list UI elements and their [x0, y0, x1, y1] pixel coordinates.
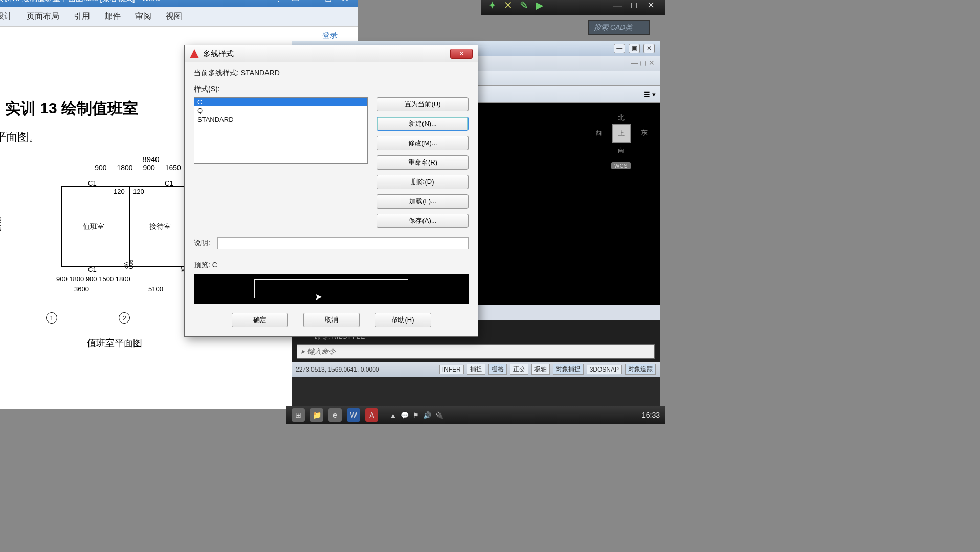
- windows-taskbar: ⊞ 📁 e W A ▲ 💬 ⚑ 🔊 🔌 16:33: [286, 406, 665, 424]
- system-tray: ▲ 💬 ⚑ 🔊 🔌: [390, 411, 443, 419]
- viewcube-north[interactable]: 北: [618, 113, 625, 122]
- status-toggle[interactable]: 栅格: [488, 364, 507, 375]
- minimize-icon[interactable]: —: [610, 0, 625, 11]
- dialog-titlebar[interactable]: 多线样式 ✕: [185, 45, 478, 62]
- word-ribbon-tabs: 设计 页面布局 引用 邮件 审阅 视图: [0, 7, 358, 27]
- status-toggle[interactable]: 正交: [510, 364, 528, 375]
- dim-seg: 1800: [69, 275, 84, 283]
- wrench-icon[interactable]: ✕: [504, 0, 513, 11]
- modify-button[interactable]: 修改(M)...: [377, 136, 469, 150]
- word-window-controls: ? ▭ — □ ✕: [272, 0, 352, 4]
- tab-references[interactable]: 引用: [74, 11, 90, 22]
- wall-divider: [129, 187, 130, 266]
- list-item[interactable]: Q: [194, 106, 367, 115]
- explorer-icon[interactable]: 📁: [310, 408, 323, 422]
- load-button[interactable]: 加载(L)...: [377, 194, 469, 209]
- dim-seg: 1800: [116, 275, 130, 283]
- minimize-icon[interactable]: —: [305, 0, 319, 4]
- tab-layout[interactable]: 页面布局: [27, 11, 59, 22]
- close-icon[interactable]: ✕: [338, 0, 352, 4]
- brush-icon[interactable]: ✎: [520, 0, 528, 11]
- network-icon[interactable]: 🔌: [435, 411, 443, 419]
- taskbar-clock[interactable]: 16:33: [642, 411, 660, 419]
- tab-design[interactable]: 设计: [0, 11, 12, 22]
- list-item[interactable]: STANDARD: [194, 115, 367, 124]
- volume-icon[interactable]: 🔊: [423, 411, 431, 419]
- dim-seg: 900: [86, 275, 97, 283]
- ok-button[interactable]: 确定: [232, 313, 288, 327]
- new-button[interactable]: 新建(N)...: [377, 117, 469, 131]
- dialog-close-button[interactable]: ✕: [450, 49, 473, 59]
- word-title-text: 实训13 绘制值班室平面图.doc [兼容模式] - Word: [0, 0, 160, 4]
- app-quickaccess-bar: ✦ ✕ ✎ ▶ — □ ✕: [481, 0, 665, 15]
- dim-900: 900: [128, 260, 134, 269]
- cmd-input[interactable]: ▸ 键入命令: [297, 344, 655, 359]
- ribbon-toggle-icon[interactable]: ▭: [288, 0, 302, 4]
- cad-search-box[interactable]: 搜索 CAD类: [588, 20, 650, 35]
- dim-bot-left: 3600: [74, 285, 89, 293]
- status-toggle[interactable]: INFER: [439, 365, 464, 374]
- minimize-icon[interactable]: —: [614, 44, 625, 53]
- sign-in-link[interactable]: 登录: [322, 31, 338, 40]
- save-button[interactable]: 保存(A)...: [377, 214, 469, 228]
- dim-seg: 1650: [161, 164, 185, 172]
- viewcube-east[interactable]: 东: [641, 128, 648, 137]
- viewcube-top[interactable]: 上: [612, 124, 631, 143]
- tool-icon[interactable]: ✦: [488, 0, 497, 11]
- set-current-button[interactable]: 置为当前(U): [377, 97, 469, 111]
- viewcube[interactable]: 北 西 东 南 上 WCS: [598, 108, 644, 169]
- cad-statusbar: 2273.0513, 1569.0641, 0.0000 INFER 捕捉 栅格…: [292, 362, 660, 377]
- tab-view[interactable]: 视图: [166, 11, 182, 22]
- status-toggle[interactable]: 极轴: [531, 364, 550, 375]
- grid-bubble: 2: [119, 312, 130, 324]
- tray-icon[interactable]: ▲: [390, 411, 396, 419]
- status-coords: 2273.0513, 1569.0641, 0.0000: [296, 366, 380, 373]
- delete-button[interactable]: 删除(D): [377, 175, 469, 189]
- list-item[interactable]: C: [194, 98, 367, 106]
- viewcube-south[interactable]: 南: [618, 146, 625, 155]
- dim-seg: 1500: [99, 275, 114, 283]
- viewcube-west[interactable]: 西: [595, 128, 602, 137]
- grid-bubbles: 1 2 3: [46, 312, 203, 324]
- figure-caption: 值班室平面图: [87, 337, 142, 349]
- maximize-icon[interactable]: □: [627, 0, 641, 11]
- status-toggle[interactable]: 对象追踪: [625, 364, 656, 375]
- autocad-taskbar-icon[interactable]: A: [365, 408, 378, 422]
- dim-seg: 900: [139, 164, 159, 172]
- cancel-button[interactable]: 取消: [303, 313, 360, 327]
- label-c1: C1: [165, 179, 173, 187]
- dim-120: 120: [133, 188, 144, 195]
- status-toggle[interactable]: 3DOSNAP: [587, 365, 622, 374]
- flag-icon[interactable]: ⚑: [413, 411, 419, 419]
- styles-listbox[interactable]: C Q STANDARD: [194, 97, 368, 164]
- browser-icon[interactable]: e: [328, 408, 342, 422]
- wcs-label[interactable]: WCS: [611, 162, 631, 169]
- rename-button[interactable]: 重命名(R): [377, 155, 469, 170]
- cad-mdi-controls: — ▣ ✕: [612, 43, 655, 53]
- word-taskbar-icon[interactable]: W: [347, 408, 360, 422]
- dim-seg: 900: [56, 275, 68, 283]
- layer-manager-icon[interactable]: ☰ ▾: [644, 90, 656, 98]
- window-controls: — □ ✕: [610, 0, 658, 11]
- preview-label: 预览: C: [194, 261, 469, 270]
- tab-mailings[interactable]: 邮件: [104, 11, 121, 22]
- help-button[interactable]: 帮助(H): [375, 313, 431, 327]
- play-icon[interactable]: ▶: [536, 0, 543, 11]
- close-icon[interactable]: ✕: [643, 44, 655, 53]
- restore-icon[interactable]: ▣: [629, 44, 640, 53]
- help-icon[interactable]: ?: [272, 0, 286, 4]
- tab-review[interactable]: 审阅: [135, 11, 151, 22]
- menu-more-icon[interactable]: — ▢ ✕: [631, 59, 655, 68]
- preview-panel: ➤: [194, 274, 469, 304]
- dims-bottom: 900 1800 900 1500 1800: [56, 275, 130, 283]
- dialog-title-text: 多线样式: [203, 49, 234, 59]
- dim-120: 120: [114, 188, 125, 195]
- current-style-label: 当前多线样式: STANDARD: [194, 68, 469, 78]
- description-input[interactable]: [217, 237, 469, 249]
- status-toggle[interactable]: 对象捕捉: [553, 364, 584, 375]
- close-icon[interactable]: ✕: [643, 0, 658, 11]
- start-button[interactable]: ⊞: [292, 408, 305, 422]
- status-toggle[interactable]: 捕捉: [467, 364, 485, 375]
- maximize-icon[interactable]: □: [321, 0, 336, 4]
- chat-icon[interactable]: 💬: [400, 411, 409, 419]
